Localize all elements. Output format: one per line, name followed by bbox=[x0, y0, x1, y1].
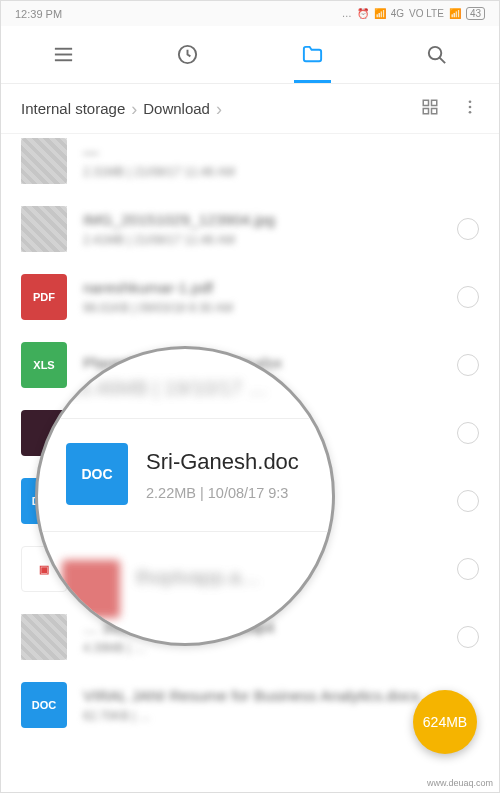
pdf-icon: PDF bbox=[21, 274, 67, 320]
grid-icon bbox=[421, 98, 439, 116]
xls-icon: XLS bbox=[21, 342, 67, 388]
status-right: … ⏰ 📶 4G VO LTE 📶 43 bbox=[342, 7, 485, 20]
svg-point-12 bbox=[469, 111, 472, 114]
watermark: www.deuaq.com bbox=[427, 778, 493, 788]
zoom-callout: 15.46MB | 19/10/17 … DOC Sri-Ganesh.doc … bbox=[35, 346, 335, 646]
more-options-button[interactable] bbox=[461, 98, 479, 119]
clock-icon bbox=[176, 43, 199, 66]
select-radio[interactable] bbox=[457, 286, 479, 308]
files-tab[interactable] bbox=[250, 26, 375, 83]
list-item[interactable]: IMG_20151029_123904.jpg2.41MB | 21/08/17… bbox=[1, 195, 499, 263]
cleanup-fab[interactable]: 624MB bbox=[413, 690, 477, 754]
search-icon bbox=[425, 43, 448, 66]
svg-rect-8 bbox=[423, 109, 428, 114]
select-radio[interactable] bbox=[457, 626, 479, 648]
hamburger-icon bbox=[52, 43, 75, 66]
signal-icon: 📶 bbox=[374, 8, 386, 19]
fab-label: 624MB bbox=[423, 714, 467, 730]
select-radio[interactable] bbox=[457, 422, 479, 444]
dots-icon: … bbox=[342, 8, 352, 19]
breadcrumb[interactable]: Internal storage › Download › bbox=[21, 100, 421, 117]
image-thumbnail-icon bbox=[21, 206, 67, 252]
select-radio[interactable] bbox=[457, 558, 479, 580]
svg-point-4 bbox=[429, 47, 441, 59]
svg-line-5 bbox=[440, 58, 446, 64]
list-item[interactable]: —2.31MB | 21/08/17 11:46 AM bbox=[1, 134, 499, 195]
doc-icon: DOC bbox=[66, 443, 128, 505]
search-button[interactable] bbox=[375, 26, 500, 83]
crumb-folder[interactable]: Download bbox=[143, 100, 210, 117]
select-radio[interactable] bbox=[457, 218, 479, 240]
doc-icon: DOC bbox=[21, 682, 67, 728]
status-time: 12:39 PM bbox=[15, 8, 62, 20]
svg-rect-9 bbox=[432, 109, 437, 114]
top-toolbar bbox=[1, 26, 499, 84]
menu-button[interactable] bbox=[1, 26, 126, 83]
image-thumbnail-icon bbox=[21, 138, 67, 184]
device-frame: 12:39 PM … ⏰ 📶 4G VO LTE 📶 43 Internal s… bbox=[0, 0, 500, 793]
battery-level: 43 bbox=[466, 7, 485, 20]
svg-rect-6 bbox=[423, 100, 428, 105]
signal-icon-2: 📶 bbox=[449, 8, 461, 19]
select-radio[interactable] bbox=[457, 490, 479, 512]
folder-icon bbox=[301, 43, 324, 66]
crumb-root[interactable]: Internal storage bbox=[21, 100, 125, 117]
alarm-icon: ⏰ bbox=[357, 8, 369, 19]
recents-tab[interactable] bbox=[126, 26, 251, 83]
svg-point-11 bbox=[469, 106, 472, 109]
status-bar: 12:39 PM … ⏰ 📶 4G VO LTE 📶 43 bbox=[1, 1, 499, 26]
list-item[interactable]: PDF nareshkumar-1.pdf98.01KB | 09/03/18 … bbox=[1, 263, 499, 331]
svg-rect-7 bbox=[432, 100, 437, 105]
image-thumbnail-icon bbox=[21, 614, 67, 660]
view-grid-button[interactable] bbox=[421, 98, 439, 119]
ghost-meta: 15.46MB | 19/10/17 … bbox=[68, 377, 302, 400]
svg-point-10 bbox=[469, 100, 472, 103]
featured-row: DOC Sri-Ganesh.doc 2.22MB | 10/08/17 9:3 bbox=[38, 419, 332, 513]
volte-label: VO LTE bbox=[409, 8, 444, 19]
more-vertical-icon bbox=[461, 98, 479, 116]
select-radio[interactable] bbox=[457, 354, 479, 376]
location-bar: Internal storage › Download › bbox=[1, 84, 499, 134]
network-type: 4G bbox=[391, 8, 404, 19]
